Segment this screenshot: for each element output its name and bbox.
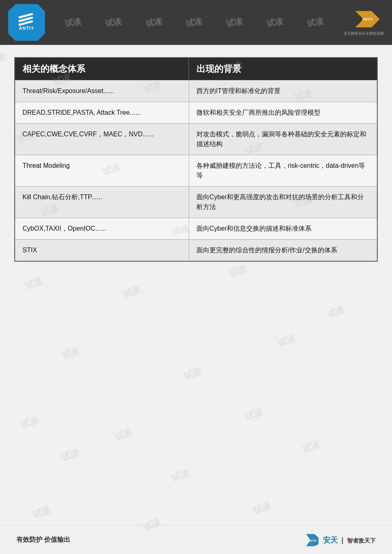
data-table: 相关的概念体系 出现的背景 Threat/Risk/Exposure/Asset…: [14, 57, 378, 262]
table-row: CybOX,TAXII，OpenIOC......面向Cyber和信息交换的描述…: [15, 218, 377, 240]
watermark: 试读: [170, 467, 191, 484]
logo-text: ANTIY: [19, 26, 34, 31]
header-watermarks: 试读 试读 试读 试读 试读 试读 试读: [45, 17, 343, 28]
watermark: 试读: [182, 365, 203, 382]
table-cell-col2: 对攻击模式，脆弱点，漏洞等各种基础的安全元素的标定和描述结构: [189, 124, 377, 155]
watermark: 试读: [325, 303, 346, 321]
header-wm-6: 试读: [266, 16, 284, 29]
footer-right: ANTIY 安天 | 智者敌天下: [304, 533, 376, 547]
table-row: Threat Modeling各种威胁建模的方法论，工具，risk-centri…: [15, 155, 377, 187]
watermark: 试读: [23, 275, 44, 292]
table-cell-col2: 各种威胁建模的方法论，工具，risk-centric，data-driven等等: [189, 155, 377, 187]
header-right: ANTIY 安天网络安全令牌第四圈: [343, 9, 384, 36]
watermark: 试读: [252, 499, 273, 517]
table-cell-col2: 面向Cyber和更高强度的攻击和对抗的场景的分析工具和分析方法: [189, 187, 377, 218]
footer-pipe: |: [341, 536, 343, 544]
watermark: 试读: [113, 426, 134, 443]
logo: ANTIY: [8, 4, 45, 41]
table-cell-col1: STIX: [15, 240, 189, 262]
footer-left-text: 有效防护 价值输出: [16, 536, 70, 544]
footer: 有效防护 价值输出 ANTIY 安天 | 智者敌天下: [0, 525, 392, 554]
table-row: STIX面向更完整的综合性的情报分析/作业/交换的体系: [15, 240, 377, 262]
table-cell-col2: 西方的IT管理和标准化的背景: [189, 80, 377, 102]
svg-text:ANTIY: ANTIY: [308, 539, 316, 542]
svg-text:ANTIY: ANTIY: [362, 17, 373, 21]
watermark: 试读: [276, 332, 297, 349]
watermark: 试读: [243, 405, 265, 423]
header-brand-subtitle: 安天网络安全令牌第四圈: [343, 31, 384, 36]
main-content: 相关的概念体系 出现的背景 Threat/Risk/Exposure/Asset…: [0, 45, 392, 274]
header-wm-4: 试读: [185, 16, 203, 29]
footer-brand-main-text: 安天: [323, 536, 338, 544]
header-wm-5: 试读: [225, 16, 243, 29]
header-wm-3: 试读: [145, 16, 163, 29]
footer-logo-icon: ANTIY: [304, 533, 321, 547]
table-header-row: 相关的概念体系 出现的背景: [15, 58, 377, 80]
logo-lines: [20, 15, 33, 24]
watermark: 试读: [31, 503, 52, 521]
col2-header: 出现的背景: [189, 58, 377, 80]
watermark: 试读: [19, 414, 40, 431]
watermark: 试读: [121, 283, 142, 300]
table-row: Kill Chain,钻石分析,TTP......面向Cyber和更高强度的攻击…: [15, 187, 377, 218]
table-row: CAPEC,CWE,CVE,CVRF，MAEC，NVD......对攻击模式，脆…: [15, 124, 377, 155]
table-cell-col1: Threat/Risk/Exposure/Asset......: [15, 80, 189, 102]
footer-brand-sub-text: 智者敌天下: [347, 537, 376, 544]
footer-brand-main: 安天 | 智者敌天下: [323, 535, 376, 545]
table-cell-col2: 面向Cyber和信息交换的描述和标准体系: [189, 218, 377, 240]
header-brand-icon: ANTIY: [351, 9, 384, 29]
header-wm-7: 试读: [306, 16, 324, 29]
watermark: 试读: [60, 446, 81, 464]
table-cell-col2: 面向更完整的综合性的情报分析/作业/交换的体系: [189, 240, 377, 262]
table-cell-col1: CybOX,TAXII，OpenIOC......: [15, 218, 189, 240]
table-cell-col1: Threat Modeling: [15, 155, 189, 187]
header-wm-2: 试读: [105, 16, 122, 29]
watermark: 试读: [301, 438, 322, 456]
col1-header: 相关的概念体系: [15, 58, 189, 80]
table-cell-col1: CAPEC,CWE,CVE,CVRF，MAEC，NVD......: [15, 124, 189, 155]
table-row: Threat/Risk/Exposure/Asset......西方的IT管理和…: [15, 80, 377, 102]
table-cell-col1: Kill Chain,钻石分析,TTP......: [15, 187, 189, 218]
table-cell-col2: 微软和相关安全厂商所推出的风险管理模型: [189, 102, 377, 124]
watermark: 试读: [60, 344, 81, 362]
header-wm-1: 试读: [64, 16, 82, 29]
header: ANTIY 试读 试读 试读 试读 试读 试读 试读 ANTIY 安天网络安全令…: [0, 0, 392, 45]
table-row: DREAD,STRIDE,PASTA, Attack Tree......微软和…: [15, 102, 377, 124]
table-cell-col1: DREAD,STRIDE,PASTA, Attack Tree......: [15, 102, 189, 124]
